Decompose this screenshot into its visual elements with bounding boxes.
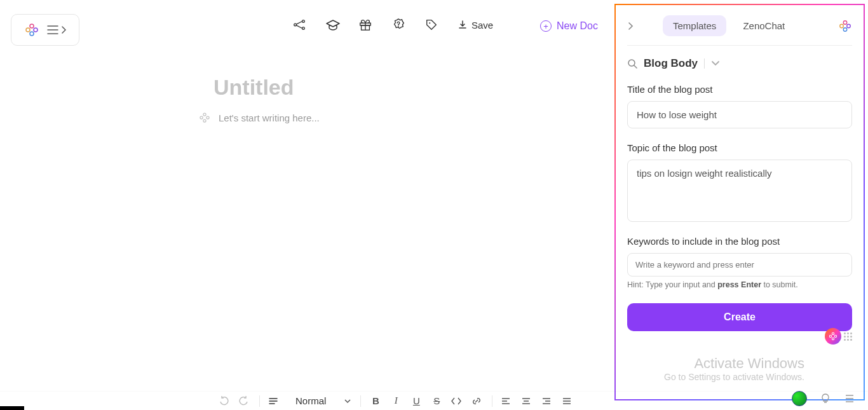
svg-point-8 [203, 120, 206, 122]
app-menu-box[interactable] [11, 14, 79, 46]
save-button[interactable]: Save [458, 20, 493, 31]
strikethrough-button[interactable]: S [431, 395, 442, 406]
template-dropdown-button[interactable] [711, 60, 720, 67]
align-right-button[interactable] [542, 397, 553, 405]
download-icon [458, 20, 468, 30]
svg-point-17 [832, 338, 834, 339]
bold-button[interactable]: B [370, 395, 381, 406]
chevron-right-icon [627, 22, 634, 31]
redo-button[interactable] [239, 396, 250, 406]
svg-point-18 [829, 335, 831, 337]
assistant-flower-icon [825, 328, 841, 345]
chevron-down-icon [344, 399, 351, 404]
undo-button[interactable] [219, 396, 230, 406]
svg-point-12 [843, 27, 847, 31]
template-name: Blog Body [644, 57, 698, 70]
sparkle-flower-icon [198, 111, 211, 124]
svg-point-13 [840, 24, 844, 28]
gift-icon[interactable] [358, 18, 372, 32]
top-toolbar: Save [292, 18, 493, 32]
title-input[interactable] [627, 101, 852, 128]
badge-question-icon[interactable] [391, 18, 405, 32]
windows-watermark: Activate Windows Go to Settings to activ… [664, 355, 804, 382]
svg-point-3 [34, 28, 37, 32]
text-style-dropdown[interactable]: Normal [269, 395, 351, 406]
align-left-button[interactable] [501, 397, 513, 405]
link-button[interactable] [471, 396, 483, 406]
drag-dots-icon [844, 332, 852, 341]
svg-point-7 [203, 113, 206, 116]
svg-point-14 [847, 24, 851, 28]
svg-point-2 [26, 28, 30, 32]
plus-circle-icon: + [540, 20, 552, 32]
keywords-hint: Hint: Type your input and press Enter to… [627, 280, 852, 289]
svg-point-9 [200, 116, 203, 119]
italic-button[interactable]: I [390, 395, 402, 406]
topic-field-label: Topic of the blog post [627, 142, 852, 153]
title-field-label: Title of the blog post [627, 84, 852, 95]
divider [704, 58, 705, 69]
svg-point-6 [429, 22, 430, 24]
menu-toggle[interactable] [47, 25, 66, 34]
svg-point-16 [832, 332, 834, 334]
taskbar-stub [0, 406, 24, 410]
tag-icon[interactable] [424, 18, 438, 32]
create-button[interactable]: Create [627, 303, 852, 331]
svg-point-0 [30, 24, 34, 28]
topic-textarea[interactable] [627, 160, 852, 222]
save-label: Save [471, 20, 493, 31]
svg-point-11 [843, 20, 847, 24]
lines-icon[interactable] [844, 393, 855, 404]
assistant-float-badge[interactable] [825, 328, 852, 345]
share-icon[interactable] [292, 18, 306, 32]
underline-button[interactable]: U [410, 395, 422, 406]
search-icon[interactable] [627, 58, 637, 69]
keywords-field-label: Keywords to include in the blog post [627, 236, 852, 247]
tab-zenochat[interactable]: ZenoChat [733, 15, 795, 36]
svg-point-10 [207, 116, 209, 119]
globe-icon[interactable] [792, 391, 807, 406]
tab-templates[interactable]: Templates [663, 15, 726, 36]
graduation-icon[interactable] [325, 18, 339, 32]
side-panel-header: Templates ZenoChat [627, 15, 852, 46]
chevron-right-icon [61, 26, 66, 34]
new-doc-label: New Doc [557, 20, 598, 32]
keywords-input[interactable] [627, 253, 852, 277]
document-body-placeholder: Let's start writing here... [219, 113, 320, 123]
panel-collapse-button[interactable] [627, 22, 639, 31]
document-title-placeholder[interactable]: Untitled [214, 75, 294, 100]
panel-logo-icon [838, 19, 852, 33]
document-body-row[interactable]: Let's start writing here... [198, 111, 320, 124]
text-style-label: Normal [295, 395, 326, 406]
lightbulb-icon[interactable] [820, 393, 831, 404]
code-button[interactable] [451, 397, 463, 405]
side-panel-tabs: Templates ZenoChat [663, 15, 832, 36]
new-doc-button[interactable]: + New Doc [540, 20, 598, 32]
chevron-down-icon [711, 60, 720, 67]
align-justify-button[interactable] [562, 397, 574, 405]
svg-point-1 [30, 32, 34, 36]
paragraph-icon [269, 397, 278, 405]
formatting-toolbar: Normal B I U S [0, 391, 868, 410]
align-center-button[interactable] [522, 397, 533, 405]
status-tray [792, 391, 855, 406]
hamburger-icon [47, 25, 58, 34]
template-selector-row: Blog Body [627, 57, 852, 70]
app-logo-icon [24, 22, 39, 38]
svg-point-19 [834, 335, 836, 337]
